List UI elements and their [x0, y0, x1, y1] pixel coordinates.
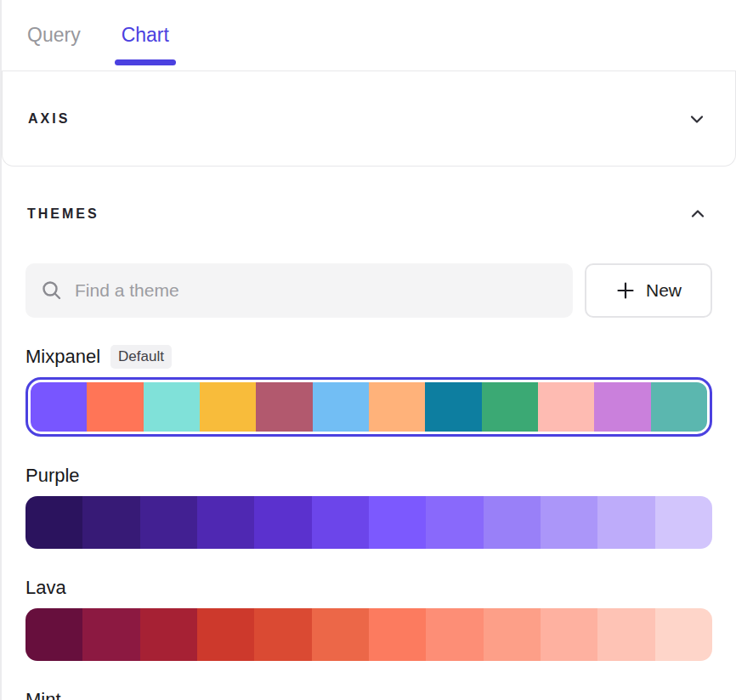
- color-swatch: [651, 382, 707, 432]
- themes-section-header[interactable]: THEMES: [25, 167, 712, 262]
- search-icon: [41, 279, 63, 302]
- color-swatch: [312, 496, 369, 549]
- color-swatch: [254, 496, 311, 549]
- color-swatch: [254, 608, 311, 661]
- active-tab-indicator: [115, 59, 176, 65]
- color-swatch: [369, 496, 426, 549]
- new-theme-button[interactable]: New: [585, 263, 712, 318]
- theme-name: Mixpanel: [25, 346, 100, 368]
- color-swatch: [144, 382, 200, 432]
- color-swatch: [541, 608, 597, 661]
- selected-theme-ring[interactable]: [25, 377, 712, 437]
- theme-swatch-row-mixpanel[interactable]: [31, 382, 707, 432]
- axis-section-header[interactable]: AXIS: [2, 71, 736, 167]
- themes-section-title: THEMES: [27, 206, 99, 222]
- color-swatch: [31, 382, 87, 432]
- new-theme-button-label: New: [646, 280, 682, 301]
- color-swatch: [82, 496, 139, 549]
- color-swatch: [369, 608, 426, 661]
- color-swatch: [482, 382, 538, 432]
- tab-query-label: Query: [27, 24, 81, 47]
- color-swatch: [197, 496, 254, 549]
- tab-chart-label: Chart: [122, 24, 169, 47]
- color-swatch: [655, 608, 712, 661]
- color-swatch: [484, 496, 541, 549]
- themes-section: THEMES New MixpanelDefaultPurpleLavaMint: [2, 167, 736, 700]
- theme-label-row: Lava: [25, 576, 712, 600]
- theme-label-row: Mint: [25, 688, 712, 700]
- color-swatch: [140, 608, 197, 661]
- color-swatch: [140, 496, 197, 549]
- color-swatch: [312, 608, 369, 661]
- color-swatch: [597, 608, 654, 661]
- color-swatch: [597, 496, 654, 549]
- color-swatch: [426, 496, 483, 549]
- color-swatch: [313, 382, 369, 432]
- color-swatch: [594, 382, 650, 432]
- color-swatch: [426, 608, 483, 661]
- theme-name: Purple: [25, 465, 80, 487]
- theme-name: Lava: [25, 577, 66, 599]
- theme-search-input[interactable]: [75, 280, 558, 301]
- color-swatch: [200, 382, 256, 432]
- color-swatch: [197, 608, 254, 661]
- theme-name: Mint: [25, 689, 61, 700]
- tab-chart[interactable]: Chart: [122, 0, 169, 71]
- theme-finder-row: New: [25, 263, 712, 318]
- color-swatch: [256, 382, 312, 432]
- theme-label-row: Purple: [25, 464, 712, 488]
- theme-swatch-row-lava[interactable]: [25, 608, 712, 661]
- color-swatch: [538, 382, 594, 432]
- color-swatch: [655, 496, 712, 549]
- axis-section-title: AXIS: [28, 111, 70, 127]
- color-swatch: [25, 608, 82, 661]
- tab-query[interactable]: Query: [27, 0, 81, 71]
- color-swatch: [87, 382, 143, 432]
- color-swatch: [369, 382, 425, 432]
- theme-search-box[interactable]: [25, 263, 573, 318]
- tabbar: Query Chart: [2, 0, 736, 71]
- color-swatch: [541, 496, 597, 549]
- color-swatch: [25, 496, 82, 549]
- color-swatch: [484, 608, 541, 661]
- default-badge: Default: [110, 345, 172, 369]
- theme-item-purple: Purple: [25, 464, 712, 549]
- theme-swatch-row-purple[interactable]: [25, 496, 712, 549]
- chevron-down-icon[interactable]: [688, 110, 706, 128]
- plus-icon: [615, 280, 636, 301]
- theme-list: MixpanelDefaultPurpleLavaMint: [25, 345, 712, 700]
- theme-label-row: MixpanelDefault: [25, 345, 712, 369]
- theme-item-mixpanel: MixpanelDefault: [25, 345, 712, 437]
- chart-settings-panel: Query Chart AXIS THEMES: [0, 0, 736, 700]
- chevron-up-icon[interactable]: [688, 205, 707, 223]
- color-swatch: [425, 382, 481, 432]
- theme-item-lava: Lava: [25, 576, 712, 661]
- theme-item-mint: Mint: [25, 688, 712, 700]
- color-swatch: [82, 608, 139, 661]
